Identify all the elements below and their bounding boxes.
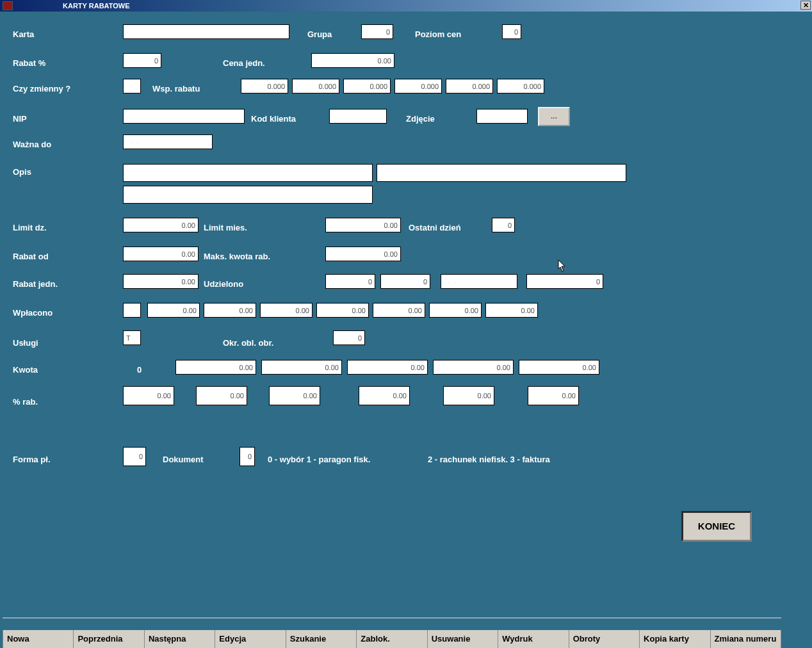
nip-input[interactable] <box>123 109 245 124</box>
label-forma-pl: Forma pł. <box>13 455 51 464</box>
label-nip: NIP <box>13 114 27 124</box>
kwota-0-input[interactable] <box>175 360 256 375</box>
wplacono-0-input[interactable] <box>147 303 200 318</box>
doc-hint1: 0 - wybór 1 - paragon fisk. <box>268 455 370 464</box>
btn-wydruk[interactable]: Wydruk <box>498 630 569 648</box>
wsp-1-input[interactable] <box>292 79 339 93</box>
label-rabat-jedn: Rabat jedn. <box>13 279 58 289</box>
udzielono4-input[interactable] <box>526 274 603 289</box>
label-kwota: Kwota <box>13 365 38 375</box>
okr-obl-input[interactable] <box>333 330 365 345</box>
wsp-0-input[interactable] <box>241 79 288 93</box>
ostatni-dzien-input[interactable] <box>492 218 515 232</box>
label-rabat-od: Rabat od <box>13 252 49 261</box>
opis3-input[interactable] <box>123 186 373 204</box>
pctrab-1-input[interactable] <box>196 386 247 405</box>
kod-klienta-input[interactable] <box>329 109 387 124</box>
label-opis: Opis <box>13 167 31 177</box>
udzielono3-input[interactable] <box>441 274 517 289</box>
karta-input[interactable] <box>123 24 289 39</box>
czy-zmienny-input[interactable] <box>123 79 141 93</box>
rabat-pct-input[interactable] <box>123 53 161 68</box>
zdjecie-input[interactable] <box>476 109 528 124</box>
udzielono2-input[interactable] <box>380 274 430 289</box>
udzielono1-input[interactable] <box>325 274 375 289</box>
label-limit-dz: Limit dz. <box>13 223 47 232</box>
form-area: Karta Grupa Poziom cen Rabat % Cena jedn… <box>3 12 809 648</box>
pctrab-0-input[interactable] <box>123 386 174 405</box>
label-okr-obl: Okr. obl. obr. <box>223 338 273 348</box>
app-icon <box>3 1 13 10</box>
pctrab-5-input[interactable] <box>528 386 579 405</box>
label-czy-zmienny: Czy zmienny ? <box>13 84 70 93</box>
label-wsp-rabatu: Wsp. rabatu <box>152 84 200 93</box>
wplacono-2-input[interactable] <box>260 303 313 318</box>
uslugi-input[interactable] <box>123 330 141 345</box>
label-poziom-cen: Poziom cen <box>415 29 461 39</box>
label-limit-mies: Limit mies. <box>204 223 247 232</box>
grupa-input[interactable] <box>361 24 393 39</box>
forma-pl-input[interactable] <box>123 447 146 466</box>
label-pct-rab: % rab. <box>13 397 38 407</box>
btn-nowa[interactable]: Nowa <box>3 630 74 648</box>
btn-szukanie[interactable]: Szukanie <box>286 630 357 648</box>
rabat-od-input[interactable] <box>123 247 199 261</box>
wplacono-3-input[interactable] <box>316 303 369 318</box>
opis1-input[interactable] <box>123 164 373 182</box>
btn-kopia-karty[interactable]: Kopia karty <box>640 630 710 648</box>
label-ostatni-dzien: Ostatni dzień <box>409 223 461 232</box>
wsp-5-input[interactable] <box>497 79 544 93</box>
kwota-1-input[interactable] <box>261 360 342 375</box>
btn-obroty[interactable]: Obroty <box>569 630 640 648</box>
kwota-4-input[interactable] <box>519 360 599 375</box>
koniec-button[interactable]: KONIEC <box>681 511 752 542</box>
window-title: KARTY RABATOWE <box>63 2 130 10</box>
poziom-cen-input[interactable] <box>502 24 521 39</box>
label-grupa: Grupa <box>307 29 332 39</box>
btn-zmiana-numeru[interactable]: Zmiana numeru <box>711 630 781 648</box>
label-dokument: Dokument <box>163 455 204 464</box>
cena-jedn-input[interactable] <box>311 53 394 68</box>
browse-button[interactable]: ... <box>538 107 570 126</box>
label-kod-klienta: Kod klienta <box>251 114 296 124</box>
bottom-toolbar: Nowa Poprzednia Następna Edycja Szukanie… <box>3 617 781 645</box>
wsp-4-input[interactable] <box>446 79 493 93</box>
btn-edycja[interactable]: Edycja <box>215 630 286 648</box>
kwota0-text: 0 <box>137 365 142 375</box>
pctrab-2-input[interactable] <box>269 386 320 405</box>
wplacono-flag-input[interactable] <box>123 303 141 318</box>
label-cena-jedn: Cena jedn. <box>223 58 265 68</box>
limit-mies-input[interactable] <box>325 218 401 232</box>
doc-hint2: 2 - rachunek niefisk. 3 - faktura <box>428 455 550 464</box>
dokument-input[interactable] <box>240 447 255 466</box>
label-udzielono: Udzielono <box>204 279 243 289</box>
wplacono-6-input[interactable] <box>485 303 538 318</box>
pctrab-4-input[interactable] <box>443 386 494 405</box>
wsp-3-input[interactable] <box>394 79 442 93</box>
cursor-icon <box>558 260 567 273</box>
label-zdjecie: Zdjęcie <box>406 114 435 124</box>
close-button[interactable]: ✕ <box>800 1 811 10</box>
limit-dz-input[interactable] <box>123 218 199 232</box>
label-rabat-pct: Rabat % <box>13 58 45 68</box>
label-wplacono: Wpłacono <box>13 308 53 318</box>
opis2-input[interactable] <box>377 164 626 182</box>
wazna-do-input[interactable] <box>123 134 213 149</box>
btn-poprzednia[interactable]: Poprzednia <box>74 630 144 648</box>
btn-nastepna[interactable]: Następna <box>145 630 215 648</box>
wsp-2-input[interactable] <box>343 79 391 93</box>
wplacono-5-input[interactable] <box>429 303 482 318</box>
wplacono-4-input[interactable] <box>373 303 425 318</box>
btn-usuwanie[interactable]: Usuwanie <box>428 630 498 648</box>
pctrab-3-input[interactable] <box>359 386 410 405</box>
rabat-jedn-input[interactable] <box>123 274 199 289</box>
label-karta: Karta <box>13 29 34 39</box>
wplacono-1-input[interactable] <box>204 303 256 318</box>
label-uslugi: Usługi <box>13 338 38 348</box>
maks-kwota-input[interactable] <box>325 247 401 261</box>
titlebar: KARTY RABATOWE ✕ <box>0 0 812 12</box>
label-wazna-do: Ważna do <box>13 140 51 149</box>
kwota-2-input[interactable] <box>347 360 428 375</box>
kwota-3-input[interactable] <box>433 360 514 375</box>
btn-zablok[interactable]: Zablok. <box>357 630 427 648</box>
